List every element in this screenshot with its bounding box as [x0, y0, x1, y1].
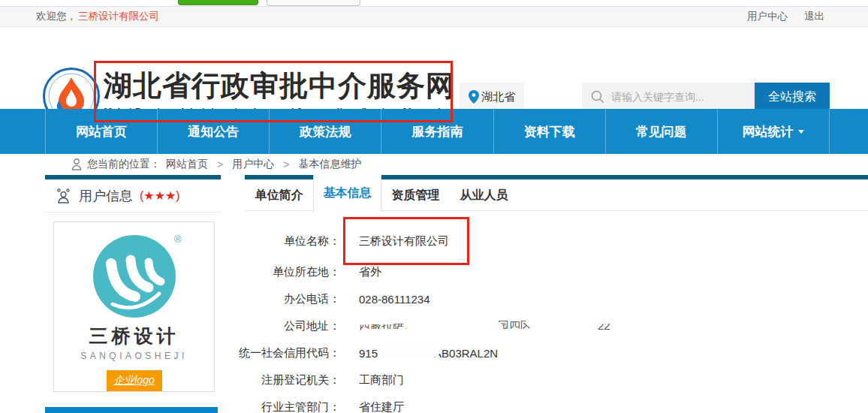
field-row-location: 单位所在地： 省外 [235, 258, 806, 285]
welcome-prefix: 欢迎您， [36, 11, 77, 22]
welcome-text: 欢迎您，三桥设计有限公司 [36, 10, 159, 23]
main-nav: 网站首页 通知公告 政策法规 服务指南 资料下载 常见问题 网站统计 [0, 109, 868, 154]
nav-label: 资料下载 [524, 123, 575, 140]
user-info-icon [55, 188, 72, 204]
field-label: 注册登记机关： [235, 373, 340, 387]
nav-label: 通知公告 [188, 123, 239, 140]
nav-item-faq[interactable]: 常见问题 [605, 109, 717, 154]
field-value-company-name: 三桥设计有限公司 [359, 234, 449, 249]
field-row-company-name: 单位名称： 三桥设计有限公司 [235, 228, 806, 255]
breadcrumb-prefix: 您当前的位置： [87, 158, 161, 171]
nav-label: 网站统计 [742, 123, 793, 140]
field-value-location: 省外 [359, 265, 381, 279]
field-row-supervising-department: 行业主管部门： 省住建厅 [235, 393, 806, 413]
company-logo-name: 三桥设计 [89, 324, 179, 348]
region-selector[interactable]: 湖北省 [460, 83, 524, 111]
field-value-registration-authority: 工商部门 [359, 373, 404, 387]
breadcrumb-separator: > [217, 158, 223, 170]
field-row-registration-authority: 注册登记机关： 工商部门 [235, 366, 806, 393]
field-row-office-phone: 办公电话： 028-86111234 [235, 285, 806, 312]
field-row-company-address: 公司地址： 西藏拉萨市园四区22 [235, 312, 806, 339]
nav-item-site-stats[interactable]: 网站统计 [717, 109, 830, 154]
registered-trademark-mark: ® [174, 234, 182, 245]
company-logo-upload-link[interactable]: 企业logo [107, 370, 162, 391]
browser-dialog-gray-button-fragment[interactable] [267, 0, 360, 6]
company-logo-card: ® 三桥设计 SANQIAOSHEJI 企业logo [53, 222, 215, 392]
field-row-credit-code: 统一社会信用代码： 915AB03RAL2N [235, 339, 806, 366]
search-icon [591, 90, 604, 104]
nav-item-downloads[interactable]: 资料下载 [493, 109, 605, 154]
nav-item-home[interactable]: 网站首页 [45, 109, 157, 154]
nav-item-policies[interactable]: 政策法规 [269, 109, 381, 154]
map-pin-icon [469, 90, 479, 104]
user-info-panel-header: 用户信息 (★★★) [45, 179, 221, 213]
main-nav-items: 网站首页 通知公告 政策法规 服务指南 资料下载 常见问题 网站统计 [45, 109, 830, 154]
nav-label: 服务指南 [411, 123, 463, 140]
region-label: 湖北省 [481, 90, 515, 104]
welcome-company-name[interactable]: 三桥设计有限公司 [78, 11, 159, 22]
site-header: 湖北省行政审批中介服务网 Hubei Province Administrati… [0, 27, 868, 109]
top-bar: 欢迎您，三桥设计有限公司 用户中心退出 [0, 6, 868, 27]
search-box [582, 83, 755, 111]
breadcrumb-link-basic-info[interactable]: 基本信息维护 [298, 158, 361, 171]
browser-dialog-green-button-fragment[interactable] [178, 0, 258, 5]
breadcrumb-link-home[interactable]: 网站首页 [166, 158, 208, 171]
site-search-button[interactable]: 全站搜索 [755, 83, 830, 111]
redaction-scribble [379, 342, 441, 357]
field-label: 行业主管部门： [235, 400, 340, 413]
breadcrumb-separator: > [283, 158, 289, 170]
site-title: 湖北省行政审批中介服务网 [104, 68, 455, 103]
redaction-scribble [360, 329, 586, 334]
basic-info-form: 单位名称： 三桥设计有限公司 单位所在地： 省外 办公电话： 028-86111… [235, 228, 806, 413]
company-logo-image: ® [86, 232, 183, 321]
tab-qualifications[interactable]: 资质管理 [381, 179, 450, 211]
tab-label: 从业人员 [460, 188, 508, 203]
field-label: 统一社会信用代码： [235, 346, 340, 360]
sidebar-next-section-bar [45, 407, 218, 413]
field-label: 单位名称： [235, 234, 340, 249]
chevron-down-icon [798, 130, 804, 134]
search-input[interactable] [611, 91, 739, 103]
tab-company-profile[interactable]: 单位简介 [245, 179, 313, 211]
nav-item-notices[interactable]: 通知公告 [157, 109, 269, 154]
page: 欢迎您，三桥设计有限公司 用户中心退出 湖北省行政审批中介服务网 Hubei P… [0, 0, 868, 413]
credit-code-fragment: 915 [359, 347, 378, 360]
field-label: 公司地址： [235, 319, 340, 333]
content-tab-bar: 单位简介 基本信息 资质管理 从业人员 [245, 179, 868, 211]
credit-code-fragment: AB03RAL2N [434, 347, 498, 360]
tab-basic-info[interactable]: 基本信息 [313, 175, 381, 212]
top-bar-links: 用户中心退出 [747, 10, 824, 23]
nav-label: 政策法规 [300, 123, 351, 140]
breadcrumb-link-user-center[interactable]: 用户中心 [232, 158, 274, 171]
breadcrumb: 您当前的位置： 网站首页 > 用户中心 > 基本信息维护 [71, 154, 361, 175]
field-value-supervising-department: 省住建厅 [359, 400, 404, 413]
user-center-link[interactable]: 用户中心 [747, 11, 788, 22]
nav-item-service-guide[interactable]: 服务指南 [381, 109, 493, 154]
user-rating-stars: (★★★) [140, 188, 180, 203]
user-info-title: 用户信息 [79, 187, 133, 205]
nav-label: 网站首页 [76, 123, 127, 140]
tab-label: 基本信息 [324, 185, 372, 201]
field-label: 单位所在地： [235, 265, 340, 279]
nav-label: 常见问题 [636, 123, 687, 140]
field-value-office-phone: 028-86111234 [359, 293, 430, 306]
user-location-icon [71, 158, 82, 170]
tab-personnel[interactable]: 从业人员 [450, 179, 518, 211]
company-logo-latin: SANQIAOSHEJI [80, 351, 188, 361]
user-info-panel: 用户信息 (★★★) ® 三桥设计 SANQIAOSHEJI 企业logo [45, 179, 221, 392]
tab-label: 单位简介 [255, 188, 303, 203]
field-label: 办公电话： [235, 292, 340, 306]
tab-label: 资质管理 [392, 188, 440, 203]
logout-link[interactable]: 退出 [804, 11, 824, 22]
